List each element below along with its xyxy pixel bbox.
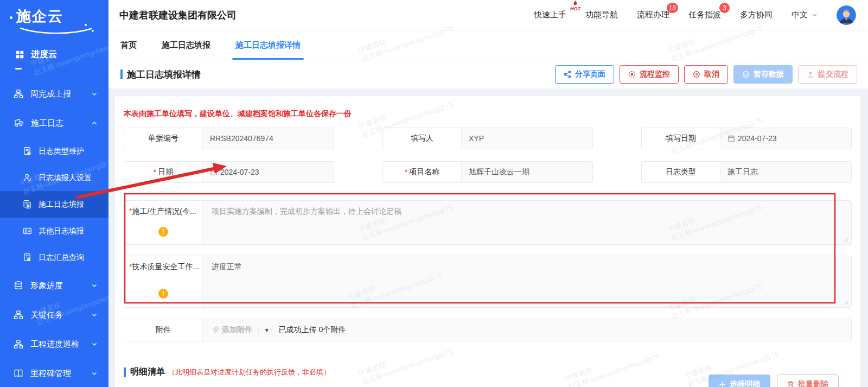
check-circle-icon [742,71,750,78]
quality-safety-value[interactable]: 进度正常 [203,256,851,307]
field-label: 日志类型 [642,162,720,182]
batch-delete-button[interactable]: 批量删除 [777,375,839,387]
sidebar-item-log-summary-query[interactable]: 日志汇总查询 [0,244,108,271]
log-type-value: 施工日志 [720,162,851,182]
field-label: *日期 [124,162,203,182]
sidebar-item-label: 施工日志 [31,118,63,129]
chevron-up-icon [91,120,98,126]
fill-date-value: 2024-07-23 [720,128,851,149]
sitemap-icon [14,339,23,349]
sitemap-icon [14,89,23,99]
sidebar-item-image-progress[interactable]: 形象进度 [0,271,108,300]
form-row-1: 单据编号 RRSB2024076974 填写人 XYP 填写日期 2024-07… [124,128,852,149]
field-label: 填写人 [383,128,462,149]
sidebar-item-label: 其他日志填报 [39,226,84,236]
title-accent-bar [120,69,123,79]
nav-function-guide[interactable]: 功能导航 [585,10,618,20]
logo-dot [85,24,87,26]
field-label: 附件 [124,319,203,341]
tab-bar: 首页 施工日志填报 施工日志填报详情 [108,30,868,60]
chevron-down-icon [91,312,98,318]
share-page-button[interactable]: 分享页面 [555,65,614,84]
fill-date-field: 填写日期 2024-07-23 [641,128,852,149]
sidebar-item-construction-log[interactable]: 施工日志 [0,109,108,138]
sidebar-item-milestone-management[interactable]: 里程碑管理 [0,359,108,387]
sidebar-item-label: 工程进度巡检 [30,339,79,350]
date-value[interactable]: 2024-07-23 [203,162,334,182]
company-title: 中建君联建设集团有限公司 [119,9,237,22]
sidebar-item-progress-inspection[interactable]: 工程进度巡检 [0,329,108,359]
sidebar-item-log-type-maintenance[interactable]: 日志类型维护 [0,138,108,164]
submit-process-button[interactable]: 提交流程 [798,65,857,84]
sidebar-item-label: 日志填报人设置 [39,173,92,183]
truck-icon [14,118,24,128]
date-field[interactable]: *日期 2024-07-23 [124,161,334,183]
user-avatar[interactable] [837,5,856,25]
production-situation-field: *施工/生产情况(今... ! 项目实施方案编制，完成初步方案输出，待上会讨论定… [124,200,852,245]
language-selector[interactable]: 中文 [792,10,818,20]
quality-safety-field: *技术质量安全工作... ! 进度正常 [124,256,852,308]
calendar-icon [727,135,735,142]
upload-status: 已成功上传 0个附件 [279,325,346,335]
app-logo[interactable]: 施企云 [0,0,108,35]
warning-badge-icon: ! [158,227,168,237]
product-label: 进度云 [31,49,57,60]
field-label: *项目名称 [383,162,462,182]
sidebar-item-log-filler-setting[interactable]: 日志填报人设置 [0,164,108,191]
calendar-icon [210,168,218,176]
tab-home[interactable]: 首页 [120,30,137,60]
notification-badge: 3 [719,3,730,13]
sitemap-icon [14,310,23,320]
attachment-dropdown-caret[interactable]: ▼ [264,327,270,333]
filler-value: XYP [462,128,592,149]
id-card-icon [23,226,32,236]
book-icon [14,369,23,378]
filler-field: 填写人 XYP [382,128,593,149]
doc-gear-icon [23,147,32,156]
hot-flame-icon: HOT [570,1,580,11]
field-label: 单据编号 [124,128,203,149]
field-label: *施工/生产情况(今... ! [124,201,203,244]
chevron-down-icon [91,282,98,289]
section-note: （此明细表是对进度计划任务的执行反馈，非必填） [168,367,330,377]
main-area: 中建君联建设集团有限公司 快速上手 HOT 功能导航 流程办理 18 任务指派 … [108,0,868,387]
sidebar-item-other-log-fill[interactable]: 其他日志填报 [0,218,108,244]
sidebar-product-switcher[interactable]: 进度云 [0,49,108,60]
sidebar-item-label: 里程碑管理 [30,369,71,379]
save-draft-button[interactable]: 暂存数据 [733,65,793,84]
sidebar-item-label: 日志类型维护 [39,147,84,156]
select-detail-button[interactable]: 选择明细 [709,375,770,387]
nav-task-assignment[interactable]: 任务指派 3 [688,10,721,20]
tab-construction-log-fill[interactable]: 施工日志填报 [162,30,210,60]
attachment-field: 附件 添加附件 | ▼ 已成功上传 0个附件 [124,319,852,341]
doc-copy-icon [23,200,32,209]
nav-process-handling[interactable]: 流程办理 18 [637,10,669,20]
sidebar-item-key-tasks[interactable]: 关键任务 [0,300,108,329]
chevron-down-icon [91,341,98,347]
project-name-value[interactable]: 旭辉千山凌云一期 [462,162,592,182]
attachment-value: 添加附件 | ▼ 已成功上传 0个附件 [203,319,851,341]
field-label: 填写日期 [642,128,720,149]
nav-quick-start[interactable]: 快速上手 HOT [534,10,566,20]
process-monitor-button[interactable]: 流程监控 [620,65,679,84]
logo-swoosh [18,27,94,35]
grid-icon [15,50,24,59]
nav-multi-party[interactable]: 多方协同 [740,10,773,20]
logo-text: 施企云 [16,7,108,26]
user-check-icon [23,173,32,182]
divider: | [257,326,259,334]
product-underline [15,68,22,69]
project-name-field[interactable]: *项目名称 旭辉千山凌云一期 [382,161,593,183]
sidebar-item-construction-log-fill[interactable]: 施工日志填报 [0,191,108,218]
sidebar-item-weekly-report[interactable]: 周完成上报 [0,79,108,109]
form-card: 本表由施工单位填写，建设单位、城建档案馆和施工单位各保存一份 单据编号 RRSB… [115,96,860,387]
production-situation-value[interactable]: 项目实施方案编制，完成初步方案输出，待上会讨论定稿 [203,201,851,244]
chevron-down-icon [91,370,98,377]
cancel-button[interactable]: 取消 [684,65,728,84]
page-title-row: 施工日志填报详情 分享页面 流程监控 [108,60,868,88]
page-actions: 分享页面 流程监控 取消 [555,65,857,84]
database-icon [14,281,23,290]
form-notice: 本表由施工单位填写，建设单位、城建档案馆和施工单位各保存一份 [124,96,852,119]
tab-construction-log-detail[interactable]: 施工日志填报详情 [235,30,301,60]
add-attachment-button[interactable]: 添加附件 [212,325,252,335]
